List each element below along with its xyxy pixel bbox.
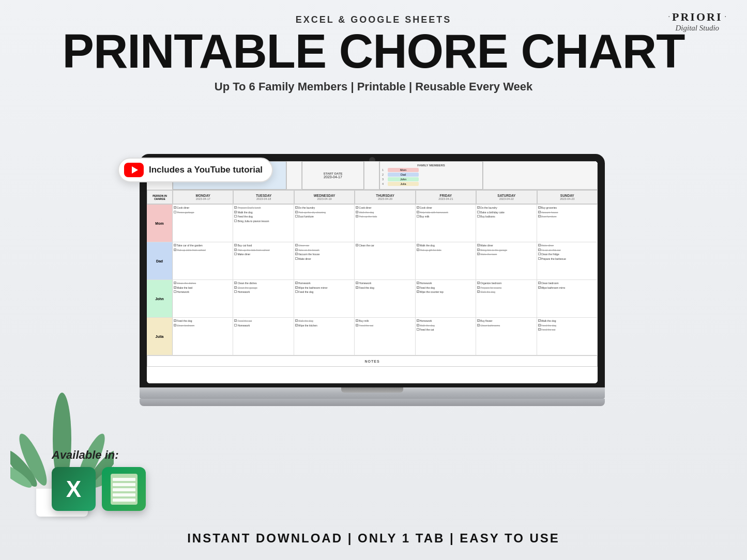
ss-day-thu: THURSDAY 2023-04-20	[355, 190, 415, 204]
ss-julia-tue: ☑Feed the cat Homework	[233, 318, 294, 355]
svg-rect-11	[113, 483, 135, 486]
yt-badge[interactable]: Includes a YouTube tutorial	[118, 158, 273, 182]
ss-julia-row: Julia ☑Feed the dog ☑Clean bedroom ☑Feed…	[147, 318, 598, 355]
svg-rect-14	[113, 499, 135, 502]
ss-day-sat: SATURDAY 2023-04-22	[476, 190, 537, 204]
spreadsheet: CHORE CHART START DATE 2023-04-17 FAMILY…	[147, 161, 598, 383]
laptop-screen-frame: CHORE CHART START DATE 2023-04-17 FAMILY…	[140, 154, 605, 387]
ss-julia-mon: ☑Feed the dog ☑Clean bedroom	[173, 318, 233, 355]
svg-rect-10	[113, 478, 135, 481]
ss-julia-label: Julia	[147, 318, 173, 355]
ss-dad-tue: ☑Buy cat food ☑Pick up the kids from sch…	[233, 242, 294, 279]
laptop-screen-inner: CHORE CHART START DATE 2023-04-17 FAMILY…	[147, 161, 598, 383]
ss-start-cell: START DATE 2023-04-17	[302, 161, 364, 190]
ss-dad-row: Dad ☑Take car of the garden ☑Pick up Joh…	[147, 242, 598, 280]
page-wrapper: · PRIORI · Digital Studio EXCEL & GOOGLE…	[0, 0, 747, 560]
ss-john-fri: ☑Homework ☑Feed the dog ☑Wipe the counte…	[416, 280, 476, 317]
footer-text: INSTANT DOWNLOAD | ONLY 1 TAB | EASY TO …	[0, 531, 747, 546]
sheets-icon	[102, 467, 146, 511]
ss-john-mon: ☑Clean the dishes ☑Make the bed Homework	[173, 280, 233, 317]
ss-family-cell: FAMILY MEMBERS 1 Mom 2 Dad	[379, 161, 483, 190]
header-area: EXCEL & GOOGLE SHEETS PRINTABLE CHORE CH…	[0, 0, 747, 103]
ss-john-label: John	[147, 280, 173, 317]
available-label: Available in:	[52, 448, 146, 462]
fm-row-julia: 4 Julia	[382, 182, 480, 186]
ss-spacer3	[483, 161, 598, 190]
ss-dad-mon: ☑Take car of the garden ☑Pick up John fr…	[173, 242, 233, 279]
svg-rect-12	[113, 488, 135, 491]
ss-mom-mon: ☑Cook diner Throw garbage	[173, 205, 233, 242]
ss-person-col: PERSON IN CHARGE	[147, 190, 173, 204]
laptop-outer: CHORE CHART START DATE 2023-04-17 FAMILY…	[140, 154, 605, 406]
laptop-section: CHORE CHART START DATE 2023-04-17 FAMILY…	[140, 154, 605, 406]
fm-row-john: 3 John	[382, 177, 480, 181]
ss-john-tue: ☑Clean the dishes ☑Clean the garage Home…	[233, 280, 294, 317]
ss-spacer	[286, 161, 302, 190]
ss-day-tue: TUESDAY 2023-04-18	[233, 190, 294, 204]
ss-notes-row: NOTES	[147, 355, 598, 367]
youtube-icon	[124, 163, 144, 177]
ss-julia-sun: ☑Walk the dog ☑Feed the dog ☑Feed the ca…	[537, 318, 598, 355]
excel-icon: X	[52, 467, 96, 511]
ss-dad-fri: ☑Walk the dog ☑Pick up gift for kids	[416, 242, 476, 279]
ss-spacer2	[364, 161, 379, 190]
yt-badge-text: Includes a YouTube tutorial	[149, 165, 263, 175]
ss-john-row: John ☑Clean the dishes ☑Make the bed Hom…	[147, 280, 598, 318]
app-icons-row: X	[52, 467, 146, 511]
ss-dad-thu: ☑Clean the car	[355, 242, 415, 279]
ss-mom-thu: ☑Cook diner ☑Walk the dog ☑Pick up the k…	[355, 205, 415, 242]
ss-mom-sun: ☑Buy groceries ☑Vacuum house ☑Dust furni…	[537, 205, 598, 242]
ss-john-sun: ☑Clean bedroom ☑Wipe bathroom mirro	[537, 280, 598, 317]
available-section: Available in: X	[52, 448, 146, 511]
fm-row-mom: 1 Mom	[382, 168, 480, 172]
fm-row-dad: 2 Dad	[382, 173, 480, 177]
ss-john-wed: ☑Homework ☑Wipe the bathroom mirror Feed…	[294, 280, 355, 317]
ss-julia-wed: ☑Walk the dog ☑Wipe the kitchen	[294, 318, 355, 355]
ss-julia-thu: ☑Buy milk ☑Feed the cat	[355, 318, 415, 355]
ss-days-row: PERSON IN CHARGE MONDAY 2023-04-17 TUESD…	[147, 190, 598, 205]
ss-dad-sat: ☑Make diner ☑Bring him to the garage ☑Ma…	[476, 242, 537, 279]
ss-mom-tue: ☑Prepare Dad's lunch ☑Walk the dog Feed …	[233, 205, 294, 242]
ss-mom-row: Mom ☑Cook diner Throw garbage ☑Prepare D…	[147, 205, 598, 242]
ss-day-wed: WEDNESDAY 2023-04-19	[294, 190, 355, 204]
tagline: Up To 6 Family Members | Printable | Reu…	[0, 80, 747, 94]
ss-julia-sat: ☑Buy flower ☑Clean bathrooms	[476, 318, 537, 355]
ss-mom-sat: ☑Do the laundry Bake a birthday cake Buy…	[476, 205, 537, 242]
ss-dad-sun: ☑Make diner ☑Fix an on this car Clean th…	[537, 242, 598, 279]
ss-dad-label: Dad	[147, 242, 173, 279]
ss-julia-fri: ☑Homework ☑Walk the dog Feed the cat	[416, 318, 476, 355]
ss-mom-fri: ☑Cook diner ☑Help kids with homework Buy…	[416, 205, 476, 242]
ss-day-fri: FRIDAY 2023-04-21	[416, 190, 476, 204]
laptop-base	[140, 387, 605, 399]
ss-dad-wed: ☑Clean car ☑Take on the beach ☑Vacuum th…	[294, 242, 355, 279]
ss-day-sun: SUNDAY 2023-04-23	[537, 190, 598, 204]
svg-rect-13	[113, 493, 135, 496]
laptop-bottom	[140, 399, 605, 406]
ss-mom-label: Mom	[147, 205, 173, 242]
ss-john-sat: ☑Organize bedroom ☑Prepare for exams ☑Wa…	[476, 280, 537, 317]
ss-mom-wed: ☑Do the laundry ☑Pick up the dry cleanin…	[294, 205, 355, 242]
ss-john-thu: ☑Homework ☑Feed the dog	[355, 280, 415, 317]
subtitle-text: EXCEL & GOOGLE SHEETS	[0, 14, 747, 25]
ss-day-mon: MONDAY 2023-04-17	[173, 190, 233, 204]
main-title: PRINTABLE CHORE CHART	[0, 27, 747, 75]
